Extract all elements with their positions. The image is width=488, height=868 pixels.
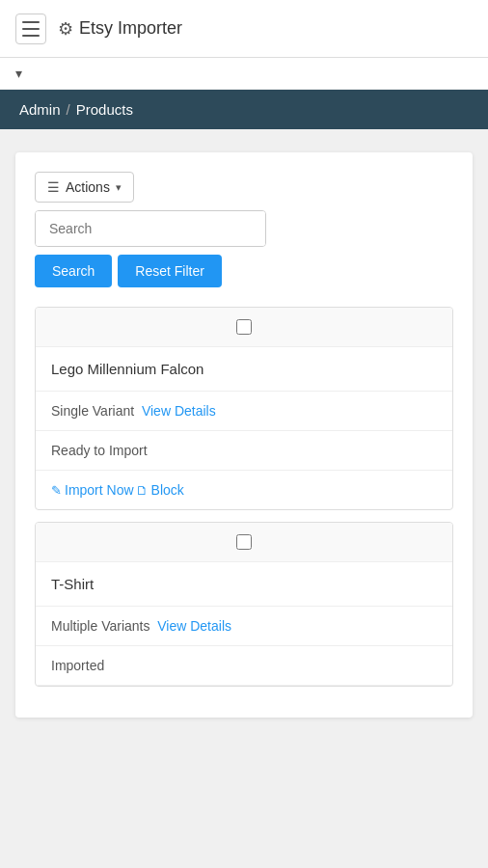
variant-text: Multiple Variants <box>51 618 149 634</box>
search-button[interactable]: Search <box>35 255 112 287</box>
product-name: Lego Millennium Falcon <box>36 347 452 392</box>
search-input-wrapper <box>35 210 266 247</box>
dropdown-row: ▾ <box>0 58 488 90</box>
product-checkbox-row <box>36 308 452 347</box>
product-status: Ready to Import <box>36 431 452 471</box>
products-list: Lego Millennium Falcon Single Variant Vi… <box>35 307 453 687</box>
breadcrumb: Admin / Products <box>0 90 488 129</box>
app-title: Etsy Importer <box>79 18 182 39</box>
actions-search-section: ☰ Actions ▾ Search Reset Filter <box>35 172 453 287</box>
product-variant: Multiple Variants View Details <box>36 607 452 646</box>
block-icon: 🗋 <box>136 483 149 498</box>
list-icon: ☰ <box>47 179 60 195</box>
table-row: Lego Millennium Falcon Single Variant Vi… <box>35 307 453 510</box>
top-nav: ⚙ Etsy Importer <box>0 0 488 58</box>
search-input[interactable] <box>36 211 265 246</box>
view-details-link[interactable]: View Details <box>157 618 231 634</box>
reset-filter-button[interactable]: Reset Filter <box>118 255 222 287</box>
product-checkbox-row <box>36 523 452 562</box>
actions-dropdown-button[interactable]: ☰ Actions ▾ <box>35 172 134 203</box>
import-now-link[interactable]: ✎ Import Now <box>51 482 134 498</box>
import-label: Import Now <box>65 482 134 498</box>
table-row: T-Shirt Multiple Variants View Details I… <box>35 522 453 687</box>
breadcrumb-products: Products <box>76 101 133 118</box>
chevron-down-icon: ▾ <box>116 181 122 194</box>
product-checkbox[interactable] <box>236 534 252 550</box>
block-link[interactable]: 🗋 Block <box>136 482 184 498</box>
product-action-buttons: ✎ Import Now 🗋 Block <box>36 471 452 509</box>
gear-icon: ⚙ <box>58 18 73 40</box>
product-variant: Single Variant View Details <box>36 392 452 431</box>
breadcrumb-admin-link[interactable]: Admin <box>19 101 61 118</box>
nav-title: ⚙ Etsy Importer <box>58 18 182 40</box>
main-card: ☰ Actions ▾ Search Reset Filter <box>15 152 473 718</box>
product-status: Imported <box>36 646 452 686</box>
actions-label: Actions <box>66 179 110 195</box>
search-filter-section: Search Reset Filter <box>35 210 453 287</box>
main-content: ☰ Actions ▾ Search Reset Filter <box>0 129 488 741</box>
product-checkbox[interactable] <box>236 319 252 335</box>
breadcrumb-separator: / <box>67 101 70 118</box>
product-name: T-Shirt <box>36 562 452 607</box>
dropdown-arrow-icon[interactable]: ▾ <box>15 66 22 81</box>
variant-text: Single Variant <box>51 403 134 419</box>
edit-icon: ✎ <box>51 483 62 498</box>
view-details-link[interactable]: View Details <box>142 403 216 419</box>
hamburger-menu-button[interactable] <box>15 14 46 44</box>
block-label: Block <box>151 482 184 498</box>
search-buttons-group: Search Reset Filter <box>35 255 453 287</box>
